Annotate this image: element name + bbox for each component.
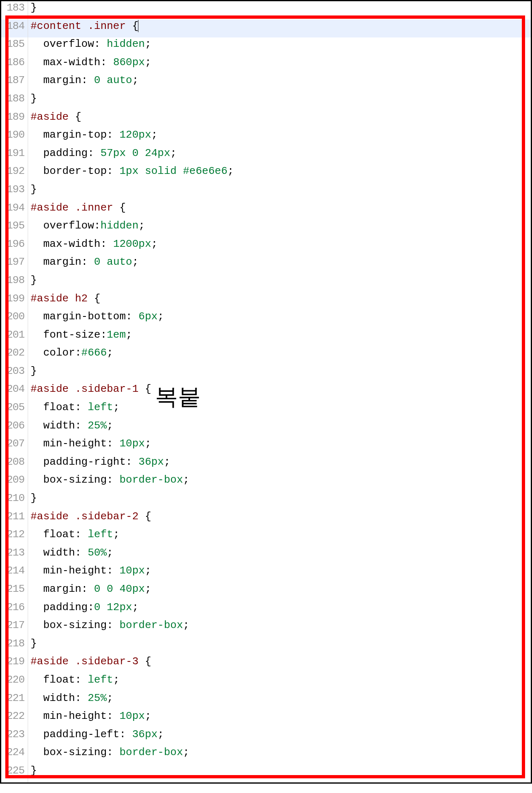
code-line[interactable]: 209 box-sizing: border-box; xyxy=(1,473,531,492)
code-content[interactable]: width: 25%; xyxy=(28,419,531,437)
code-line[interactable]: 193} xyxy=(1,183,531,201)
code-content[interactable]: #aside .sidebar-2 { xyxy=(28,510,531,528)
code-content[interactable]: padding-left: 36px; xyxy=(28,728,531,746)
code-content[interactable]: #aside .sidebar-3 { xyxy=(28,655,531,673)
code-content[interactable]: #aside .sidebar-1 { xyxy=(28,382,531,401)
code-line[interactable]: 190 margin-top: 120px; xyxy=(1,128,531,147)
code-content[interactable]: overflow:hidden; xyxy=(28,219,531,237)
line-number: 213 xyxy=(1,546,28,565)
code-content[interactable]: min-height: 10px; xyxy=(28,564,531,582)
code-line[interactable]: 222 min-height: 10px; xyxy=(1,710,531,728)
code-content[interactable]: } xyxy=(28,274,531,292)
line-number: 183 xyxy=(1,1,28,20)
code-content[interactable]: #content .inner { xyxy=(28,20,531,38)
code-line[interactable]: 217 box-sizing: border-box; xyxy=(1,619,531,637)
code-content[interactable]: } xyxy=(28,183,531,201)
code-line[interactable]: 183} xyxy=(1,1,531,20)
line-number: 201 xyxy=(1,328,28,347)
code-line[interactable]: 220 float: left; xyxy=(1,673,531,692)
code-content[interactable]: padding: 57px 0 24px; xyxy=(28,147,531,165)
code-line[interactable]: 219#aside .sidebar-3 { xyxy=(1,655,531,673)
code-content[interactable]: box-sizing: border-box; xyxy=(28,746,531,764)
line-number: 219 xyxy=(1,655,28,673)
code-content[interactable]: float: left; xyxy=(28,401,531,419)
line-number: 205 xyxy=(1,401,28,419)
code-line[interactable]: 208 padding-right: 36px; xyxy=(1,455,531,474)
code-line[interactable]: 187 margin: 0 auto; xyxy=(1,74,531,92)
code-content[interactable]: } xyxy=(28,1,531,20)
code-line[interactable]: 206 width: 25%; xyxy=(1,419,531,437)
code-content[interactable]: min-height: 10px; xyxy=(28,437,531,455)
line-number: 203 xyxy=(1,365,28,383)
code-line[interactable]: 191 padding: 57px 0 24px; xyxy=(1,147,531,165)
code-content[interactable]: color:#666; xyxy=(28,346,531,365)
code-line[interactable]: 188} xyxy=(1,92,531,110)
code-line[interactable]: 223 padding-left: 36px; xyxy=(1,728,531,746)
code-line[interactable]: 199#aside h2 { xyxy=(1,292,531,310)
code-content[interactable]: float: left; xyxy=(28,673,531,692)
code-content[interactable]: } xyxy=(28,492,531,510)
code-content[interactable]: overflow: hidden; xyxy=(28,37,531,56)
code-content[interactable]: width: 50%; xyxy=(28,546,531,565)
code-line[interactable]: 215 margin: 0 0 40px; xyxy=(1,582,531,601)
code-line[interactable]: 198} xyxy=(1,274,531,292)
code-content[interactable]: #aside h2 { xyxy=(28,292,531,310)
code-line[interactable]: 212 float: left; xyxy=(1,528,531,546)
code-content[interactable]: } xyxy=(28,92,531,110)
code-content[interactable]: box-sizing: border-box; xyxy=(28,473,531,492)
code-content[interactable]: margin-top: 120px; xyxy=(28,128,531,147)
code-content[interactable]: #aside { xyxy=(28,110,531,129)
code-content[interactable]: width: 25%; xyxy=(28,692,531,710)
line-number: 206 xyxy=(1,419,28,437)
code-line[interactable]: 184#content .inner { xyxy=(1,20,531,38)
code-line[interactable]: 185 overflow: hidden; xyxy=(1,37,531,56)
code-line[interactable]: 201 font-size:1em; xyxy=(1,328,531,347)
code-line[interactable]: 195 overflow:hidden; xyxy=(1,219,531,237)
line-number: 209 xyxy=(1,473,28,492)
code-content[interactable]: padding:0 12px; xyxy=(28,601,531,619)
code-content[interactable]: float: left; xyxy=(28,528,531,546)
code-line[interactable]: 186 max-width: 860px; xyxy=(1,56,531,74)
code-content[interactable]: min-height: 10px; xyxy=(28,710,531,728)
code-line[interactable]: 207 min-height: 10px; xyxy=(1,437,531,455)
code-line[interactable]: 203} xyxy=(1,365,531,383)
code-content[interactable]: } xyxy=(28,637,531,655)
code-line[interactable]: 210} xyxy=(1,492,531,510)
code-content[interactable]: margin: 0 auto; xyxy=(28,255,531,274)
code-line[interactable]: 196 max-width: 1200px; xyxy=(1,237,531,256)
code-line[interactable]: 197 margin: 0 auto; xyxy=(1,255,531,274)
code-line[interactable]: 205 float: left; xyxy=(1,401,531,419)
code-content[interactable]: max-width: 1200px; xyxy=(28,237,531,256)
code-line[interactable]: 216 padding:0 12px; xyxy=(1,601,531,619)
code-line[interactable]: 204#aside .sidebar-1 { xyxy=(1,382,531,401)
code-editor[interactable]: 183}184#content .inner {185 overflow: hi… xyxy=(1,1,531,782)
code-content[interactable]: font-size:1em; xyxy=(28,328,531,347)
code-content[interactable]: padding-right: 36px; xyxy=(28,455,531,474)
code-content[interactable]: border-top: 1px solid #e6e6e6; xyxy=(28,165,531,183)
code-content[interactable]: box-sizing: border-box; xyxy=(28,619,531,637)
line-number: 190 xyxy=(1,128,28,147)
code-line[interactable]: 211#aside .sidebar-2 { xyxy=(1,510,531,528)
code-content[interactable]: margin-bottom: 6px; xyxy=(28,310,531,328)
code-content[interactable]: margin: 0 auto; xyxy=(28,74,531,92)
code-line[interactable]: 200 margin-bottom: 6px; xyxy=(1,310,531,328)
code-content[interactable]: margin: 0 0 40px; xyxy=(28,582,531,601)
line-number: 200 xyxy=(1,310,28,328)
code-content[interactable]: max-width: 860px; xyxy=(28,56,531,74)
code-line[interactable]: 214 min-height: 10px; xyxy=(1,564,531,582)
code-content[interactable]: } xyxy=(28,365,531,383)
code-content[interactable]: } xyxy=(28,764,531,782)
code-line[interactable]: 194#aside .inner { xyxy=(1,201,531,220)
editor-frame: 복붙 183}184#content .inner {185 overflow:… xyxy=(0,0,532,784)
code-line[interactable]: 221 width: 25%; xyxy=(1,692,531,710)
code-line[interactable]: 189#aside { xyxy=(1,110,531,129)
line-number: 187 xyxy=(1,74,28,92)
code-line[interactable]: 224 box-sizing: border-box; xyxy=(1,746,531,764)
line-number: 196 xyxy=(1,237,28,256)
code-line[interactable]: 202 color:#666; xyxy=(1,346,531,365)
code-line[interactable]: 213 width: 50%; xyxy=(1,546,531,565)
code-line[interactable]: 225} xyxy=(1,764,531,782)
code-content[interactable]: #aside .inner { xyxy=(28,201,531,220)
code-line[interactable]: 218} xyxy=(1,637,531,655)
code-line[interactable]: 192 border-top: 1px solid #e6e6e6; xyxy=(1,165,531,183)
